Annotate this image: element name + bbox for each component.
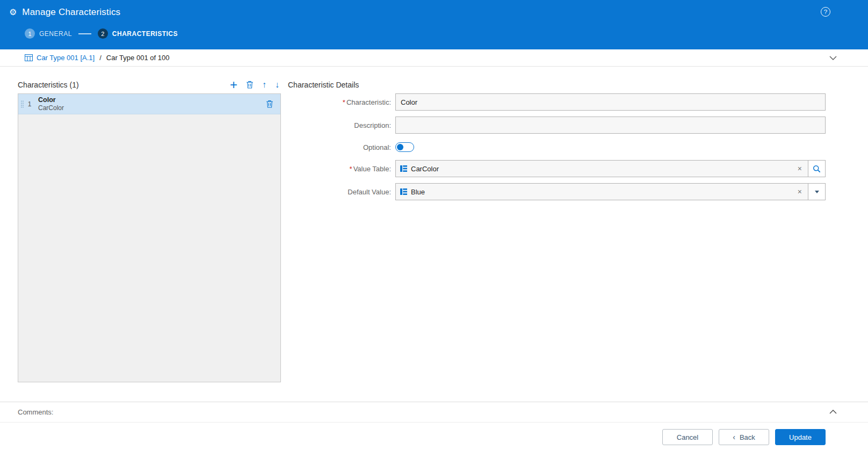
page-title: Manage Characteristics xyxy=(22,7,120,18)
toggle-knob xyxy=(397,144,403,150)
description-input[interactable] xyxy=(395,117,826,134)
chevron-left-icon: ‹ xyxy=(733,433,735,441)
default-value-dropdown-button[interactable] xyxy=(808,183,826,200)
table-icon xyxy=(400,165,407,172)
caret-down-icon xyxy=(815,191,819,193)
app-header: ⚙ Manage Characteristics ? 1 GENERAL 2 C… xyxy=(0,0,868,49)
breadcrumb-object-link[interactable]: Car Type 001 [A.1] xyxy=(37,54,95,62)
optional-label: Optional: xyxy=(288,143,395,151)
table-icon xyxy=(400,188,407,195)
chevron-up-icon[interactable] xyxy=(829,410,837,414)
row-index: 1 xyxy=(26,100,33,108)
value-table-label: *Value Table: xyxy=(288,165,395,173)
characteristic-details-panel: Characteristic Details *Characteristic: … xyxy=(288,76,826,206)
row-delete-icon[interactable] xyxy=(266,100,273,108)
footer-action-bar: Cancel ‹ Back Update xyxy=(0,422,868,465)
optional-toggle[interactable] xyxy=(395,142,414,152)
step-label: CHARACTERISTICS xyxy=(112,30,178,38)
value-table-search-button[interactable] xyxy=(808,160,826,177)
characteristics-list: 1 Color CarColor xyxy=(18,93,281,382)
part-table-icon xyxy=(25,54,33,61)
default-value-combo: Blue × xyxy=(395,183,826,200)
characteristics-panel: Characteristics (1) + ↑ ↓ xyxy=(18,76,281,382)
default-value-label: Default Value: xyxy=(288,188,395,196)
update-button[interactable]: Update xyxy=(775,429,826,445)
back-button[interactable]: ‹ Back xyxy=(719,429,769,445)
description-label: Description: xyxy=(288,121,395,129)
clear-icon[interactable]: × xyxy=(796,164,804,173)
breadcrumb-separator: / xyxy=(99,54,102,62)
step-connector xyxy=(78,33,91,34)
clear-icon[interactable]: × xyxy=(796,187,804,196)
step-label: GENERAL xyxy=(39,30,72,38)
default-value-value: Blue xyxy=(411,188,425,196)
step-number-badge: 1 xyxy=(25,28,35,39)
manage-gear-icon: ⚙ xyxy=(9,8,17,17)
characteristic-list-item[interactable]: 1 Color CarColor xyxy=(18,94,280,114)
value-table-combo: CarColor × xyxy=(395,160,826,177)
value-table-value: CarColor xyxy=(411,165,439,173)
wizard-step-characteristics[interactable]: 2 CHARACTERISTICS xyxy=(98,28,178,39)
help-icon[interactable]: ? xyxy=(821,7,830,17)
move-down-icon[interactable]: ↓ xyxy=(275,81,279,89)
breadcrumb: Car Type 001 [A.1] / Car Type 001 of 100 xyxy=(0,49,868,67)
details-panel-title: Characteristic Details xyxy=(288,76,826,93)
chevron-down-icon[interactable] xyxy=(829,56,837,60)
characteristic-code: CarColor xyxy=(38,104,64,113)
search-icon xyxy=(813,165,821,173)
optional-field-row: Optional: xyxy=(288,142,826,152)
characteristic-input[interactable] xyxy=(395,93,826,111)
required-marker: * xyxy=(343,98,345,106)
move-up-icon[interactable]: ↑ xyxy=(262,81,266,89)
cancel-button[interactable]: Cancel xyxy=(662,429,713,445)
comments-section: Comments: xyxy=(0,402,868,422)
default-value-field-row: Default Value: Blue × xyxy=(288,183,826,200)
drag-handle-icon[interactable] xyxy=(18,100,26,108)
step-number-badge: 2 xyxy=(98,28,108,39)
characteristic-field-row: *Characteristic: xyxy=(288,93,826,111)
breadcrumb-current: Car Type 001 of 100 xyxy=(106,54,170,62)
description-field-row: Description: xyxy=(288,117,826,134)
add-icon[interactable]: + xyxy=(230,78,237,91)
wizard-steps: 1 GENERAL 2 CHARACTERISTICS xyxy=(0,28,868,39)
delete-icon[interactable] xyxy=(246,81,254,89)
characteristics-toolbar: + ↑ ↓ xyxy=(230,78,281,91)
value-table-input[interactable]: CarColor × xyxy=(395,160,808,177)
required-marker: * xyxy=(350,165,352,173)
back-button-label: Back xyxy=(740,433,755,441)
characteristic-label: *Characteristic: xyxy=(288,98,395,106)
comments-label: Comments: xyxy=(18,408,53,416)
characteristic-name: Color xyxy=(38,96,64,104)
default-value-input[interactable]: Blue × xyxy=(395,183,808,200)
value-table-field-row: *Value Table: CarColor × xyxy=(288,160,826,177)
characteristics-panel-title: Characteristics (1) xyxy=(18,81,79,89)
manage-characteristics-window: ⚙ Manage Characteristics ? 1 GENERAL 2 C… xyxy=(0,0,868,465)
wizard-step-general[interactable]: 1 GENERAL xyxy=(25,28,72,39)
